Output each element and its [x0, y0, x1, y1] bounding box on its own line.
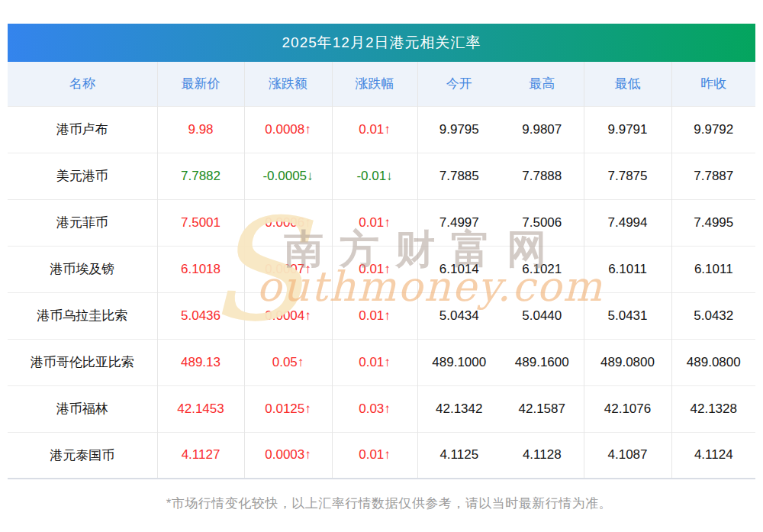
cell-change: 0.05↑: [244, 339, 332, 385]
cell-name: 港币埃及镑: [8, 246, 157, 292]
column-header-change-pct: 涨跌幅: [332, 62, 417, 106]
cell-last: 9.98: [157, 106, 244, 153]
cell-change: 0.0006↑: [244, 199, 332, 246]
cell-open: 6.1014: [417, 246, 501, 292]
cell-prev-close: 6.1011: [671, 246, 755, 292]
cell-prev-close: 5.0432: [671, 292, 755, 339]
table-row: 港币卢布9.980.0008↑0.01↑9.97959.98079.97919.…: [8, 106, 755, 153]
page-title: 2025年12月2日港元相关汇率: [8, 24, 755, 62]
header-row: 名称 最新价 涨跌额 涨跌幅 今开 最高 最低 昨收: [8, 62, 755, 106]
cell-name: 港币哥伦比亚比索: [8, 339, 157, 385]
rates-table: 名称 最新价 涨跌额 涨跌幅 今开 最高 最低 昨收 港币卢布9.980.000…: [8, 62, 755, 479]
cell-change: 0.0003↑: [244, 432, 332, 479]
cell-change: 0.0007↑: [244, 246, 332, 292]
cell-change: 0.0004↑: [244, 292, 332, 339]
table-row: 港元泰国币4.11270.0003↑0.01↑4.11254.11284.108…: [8, 432, 755, 479]
cell-low: 4.1087: [584, 432, 671, 479]
cell-open: 9.9795: [417, 106, 501, 153]
cell-change: 0.0008↑: [244, 106, 332, 153]
cell-name: 港元菲币: [8, 199, 157, 246]
cell-last: 7.5001: [157, 199, 244, 246]
cell-change: 0.0125↑: [244, 385, 332, 432]
cell-change-pct: 0.03↑: [332, 385, 417, 432]
cell-low: 9.9791: [584, 106, 671, 153]
cell-low: 6.1011: [584, 246, 671, 292]
cell-high: 489.1600: [501, 339, 584, 385]
cell-prev-close: 4.1124: [671, 432, 755, 479]
cell-prev-close: 489.0800: [671, 339, 755, 385]
table-row: 港币乌拉圭比索5.04360.0004↑0.01↑5.04345.04405.0…: [8, 292, 755, 339]
cell-change-pct: 0.01↑: [332, 199, 417, 246]
rates-table-header: 名称 最新价 涨跌额 涨跌幅 今开 最高 最低 昨收: [8, 62, 755, 106]
table-row: 港币哥伦比亚比索489.130.05↑0.01↑489.1000489.1600…: [8, 339, 755, 385]
cell-change-pct: -0.01↓: [332, 153, 417, 199]
cell-low: 489.0800: [584, 339, 671, 385]
cell-high: 7.5006: [501, 199, 584, 246]
cell-change-pct: 0.01↑: [332, 339, 417, 385]
cell-open: 5.0434: [417, 292, 501, 339]
cell-open: 4.1125: [417, 432, 501, 479]
cell-last: 42.1453: [157, 385, 244, 432]
column-header-low: 最低: [584, 62, 671, 106]
cell-last: 489.13: [157, 339, 244, 385]
cell-high: 9.9807: [501, 106, 584, 153]
cell-high: 42.1587: [501, 385, 584, 432]
cell-change-pct: 0.01↑: [332, 432, 417, 479]
cell-change-pct: 0.01↑: [332, 246, 417, 292]
column-header-last: 最新价: [157, 62, 244, 106]
column-header-change: 涨跌额: [244, 62, 332, 106]
cell-name: 港币卢布: [8, 106, 157, 153]
cell-last: 5.0436: [157, 292, 244, 339]
cell-last: 7.7882: [157, 153, 244, 199]
table-row: 美元港币7.7882-0.0005↓-0.01↓7.78857.78887.78…: [8, 153, 755, 199]
cell-change: -0.0005↓: [244, 153, 332, 199]
cell-prev-close: 7.4995: [671, 199, 755, 246]
cell-change-pct: 0.01↑: [332, 106, 417, 153]
cell-low: 42.1076: [584, 385, 671, 432]
cell-prev-close: 42.1328: [671, 385, 755, 432]
cell-open: 42.1342: [417, 385, 501, 432]
cell-prev-close: 7.7887: [671, 153, 755, 199]
column-header-name: 名称: [8, 62, 157, 106]
cell-high: 5.0440: [501, 292, 584, 339]
cell-name: 港元泰国币: [8, 432, 157, 479]
column-header-open: 今开: [417, 62, 501, 106]
disclaimer-note: *市场行情变化较快，以上汇率行情数据仅供参考，请以当时最新行情为准。: [8, 495, 763, 512]
cell-low: 7.4994: [584, 199, 671, 246]
table-row: 港币埃及镑6.10180.0007↑0.01↑6.10146.10216.101…: [8, 246, 755, 292]
cell-low: 5.0431: [584, 292, 671, 339]
cell-high: 6.1021: [501, 246, 584, 292]
cell-name: 港币福林: [8, 385, 157, 432]
table-row: 港币福林42.14530.0125↑0.03↑42.134242.158742.…: [8, 385, 755, 432]
cell-high: 4.1128: [501, 432, 584, 479]
cell-low: 7.7875: [584, 153, 671, 199]
cell-name: 美元港币: [8, 153, 157, 199]
cell-last: 4.1127: [157, 432, 244, 479]
column-header-prev-close: 昨收: [671, 62, 755, 106]
cell-change-pct: 0.01↑: [332, 292, 417, 339]
cell-high: 7.7888: [501, 153, 584, 199]
table-row: 港元菲币7.50010.0006↑0.01↑7.49977.50067.4994…: [8, 199, 755, 246]
cell-open: 7.4997: [417, 199, 501, 246]
cell-open: 489.1000: [417, 339, 501, 385]
column-header-high: 最高: [501, 62, 584, 106]
cell-last: 6.1018: [157, 246, 244, 292]
page-container: 2025年12月2日港元相关汇率 名称 最新价 涨跌额 涨跌幅 今开 最高 最低…: [0, 0, 763, 512]
cell-prev-close: 9.9792: [671, 106, 755, 153]
cell-open: 7.7885: [417, 153, 501, 199]
rates-table-body: 港币卢布9.980.0008↑0.01↑9.97959.98079.97919.…: [8, 106, 755, 479]
cell-name: 港币乌拉圭比索: [8, 292, 157, 339]
